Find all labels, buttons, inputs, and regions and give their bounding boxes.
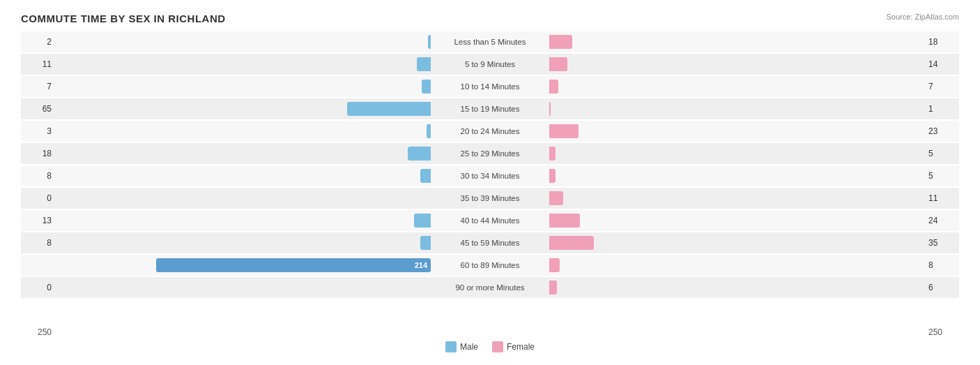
bar-female bbox=[549, 214, 580, 228]
chart-row: 2 Less than 5 Minutes 18 bbox=[21, 31, 959, 52]
left-value: 0 bbox=[21, 193, 56, 203]
row-label: 5 to 9 Minutes bbox=[431, 60, 549, 68]
right-value: 35 bbox=[924, 238, 959, 248]
male-legend-box bbox=[445, 341, 457, 352]
bar-female bbox=[549, 35, 572, 49]
row-label: 90 or more Minutes bbox=[431, 283, 549, 292]
right-value: 5 bbox=[924, 149, 959, 158]
left-value: 8 bbox=[21, 238, 56, 248]
bar-male: 214 bbox=[156, 258, 431, 272]
row-label: 10 to 14 Minutes bbox=[431, 82, 549, 91]
chart-row: 8 30 to 34 Minutes 5 bbox=[21, 165, 959, 186]
left-value: 11 bbox=[21, 59, 56, 69]
bar-male bbox=[408, 147, 431, 161]
bar-female bbox=[549, 191, 563, 205]
right-value: 23 bbox=[924, 126, 959, 136]
chart-row: 7 10 to 14 Minutes 7 bbox=[21, 76, 959, 97]
legend-male: Male bbox=[445, 341, 478, 352]
row-label: 25 to 29 Minutes bbox=[431, 149, 549, 158]
right-value: 1 bbox=[924, 104, 959, 114]
bar-male bbox=[420, 169, 431, 183]
bar-female bbox=[549, 102, 551, 116]
row-label: 40 to 44 Minutes bbox=[431, 216, 549, 225]
bar-female bbox=[549, 236, 594, 250]
bar-female bbox=[549, 57, 567, 71]
right-value: 14 bbox=[924, 59, 959, 69]
bar-female bbox=[549, 169, 556, 183]
chart-row: 18 25 to 29 Minutes 5 bbox=[21, 143, 959, 164]
bar-female bbox=[549, 80, 558, 94]
axis-right: 250 bbox=[924, 327, 959, 337]
right-value: 8 bbox=[924, 260, 959, 270]
female-legend-label: Female bbox=[507, 342, 535, 352]
left-value: 13 bbox=[21, 216, 56, 225]
bar-female bbox=[549, 258, 560, 272]
left-value: 0 bbox=[21, 283, 56, 292]
row-label: 30 to 34 Minutes bbox=[431, 172, 549, 180]
bar-female bbox=[549, 281, 557, 295]
chart-container: COMMUTE TIME BY SEX IN RICHLAND Source: … bbox=[0, 0, 980, 365]
right-value: 18 bbox=[924, 37, 959, 47]
bar-male bbox=[420, 236, 431, 250]
legend: Male Female bbox=[21, 341, 959, 352]
right-value: 7 bbox=[924, 82, 959, 91]
chart-row: 11 5 to 9 Minutes 14 bbox=[21, 54, 959, 75]
row-label: 15 to 19 Minutes bbox=[431, 105, 549, 113]
row-label: 35 to 39 Minutes bbox=[431, 194, 549, 202]
bar-male bbox=[414, 214, 431, 228]
chart-title: COMMUTE TIME BY SEX IN RICHLAND bbox=[21, 13, 959, 24]
row-label: 45 to 59 Minutes bbox=[431, 239, 549, 247]
left-value: 2 bbox=[21, 37, 56, 47]
chart-row: 0 90 or more Minutes 6 bbox=[21, 277, 959, 298]
male-legend-label: Male bbox=[460, 342, 478, 352]
legend-female: Female bbox=[492, 341, 535, 352]
row-label: 60 to 89 Minutes bbox=[431, 261, 549, 269]
source-label: Source: ZipAtlas.com bbox=[886, 13, 959, 21]
chart-row: 3 20 to 24 Minutes 23 bbox=[21, 121, 959, 142]
axis-left: 250 bbox=[21, 327, 56, 337]
chart-row: 8 45 to 59 Minutes 35 bbox=[21, 232, 959, 253]
axis-row: 250 250 bbox=[21, 327, 959, 337]
bar-female bbox=[549, 124, 579, 138]
right-value: 5 bbox=[924, 171, 959, 181]
left-value: 3 bbox=[21, 126, 56, 136]
left-value: 18 bbox=[21, 149, 56, 158]
chart-row: 0 35 to 39 Minutes 11 bbox=[21, 188, 959, 209]
right-value: 11 bbox=[924, 193, 959, 203]
bar-male bbox=[417, 57, 431, 71]
bar-male bbox=[422, 80, 431, 94]
left-value: 65 bbox=[21, 104, 56, 114]
left-value: 8 bbox=[21, 171, 56, 181]
row-label: Less than 5 Minutes bbox=[431, 38, 549, 46]
bar-female bbox=[549, 147, 556, 161]
left-value: 7 bbox=[21, 82, 56, 91]
row-label: 20 to 24 Minutes bbox=[431, 127, 549, 135]
right-value: 24 bbox=[924, 216, 959, 225]
right-value: 6 bbox=[924, 283, 959, 292]
chart-row: 214 60 to 89 Minutes 8 bbox=[21, 255, 959, 276]
female-legend-box bbox=[492, 341, 503, 352]
chart-area: 2 Less than 5 Minutes 18 11 5 to 9 Minut… bbox=[21, 31, 959, 325]
chart-row: 65 15 to 19 Minutes 1 bbox=[21, 98, 959, 119]
chart-row: 13 40 to 44 Minutes 24 bbox=[21, 210, 959, 231]
bar-male bbox=[347, 102, 431, 116]
